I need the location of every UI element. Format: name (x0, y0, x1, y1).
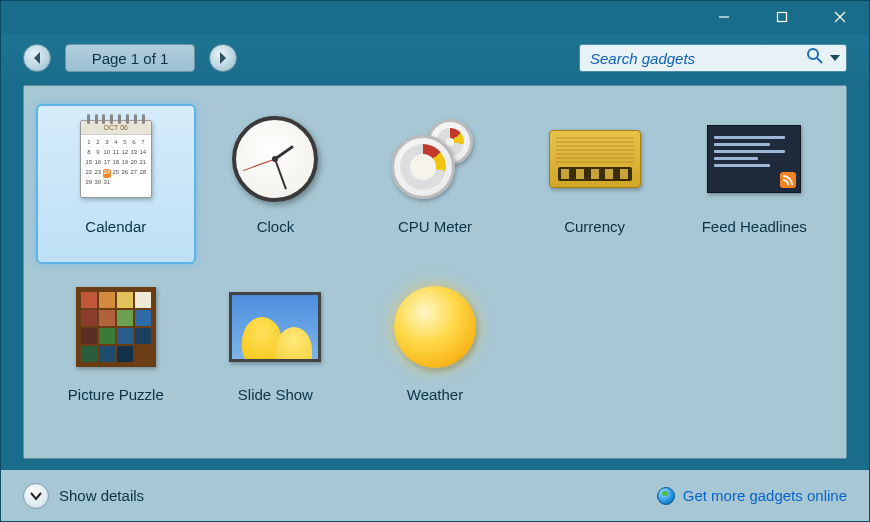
svg-point-4 (808, 49, 818, 59)
gadget-label: Picture Puzzle (68, 386, 164, 403)
close-button[interactable] (811, 1, 869, 33)
puzzle-icon (69, 280, 163, 374)
gadget-label: Feed Headlines (702, 218, 807, 235)
gadget-cpu-meter[interactable]: CPU Meter (355, 104, 515, 264)
next-page-button[interactable] (209, 44, 237, 72)
footer: Show details Get more gadgets online (1, 469, 869, 521)
expand-details-button[interactable] (23, 483, 49, 509)
toolbar: Page 1 of 1 (1, 35, 869, 81)
prev-page-button[interactable] (23, 44, 51, 72)
gadget-label: Calendar (85, 218, 146, 235)
gadget-gallery-window: Page 1 of 1 OCT 06 1234567 891011121314 (0, 0, 870, 522)
gadget-label: CPU Meter (398, 218, 472, 235)
gadget-currency[interactable]: Currency (515, 104, 675, 264)
weather-icon (388, 280, 482, 374)
svg-line-5 (817, 58, 822, 63)
search-input[interactable] (590, 50, 800, 67)
search-icon[interactable] (806, 47, 824, 69)
titlebar (1, 1, 869, 35)
gadget-weather[interactable]: Weather (355, 272, 515, 432)
minimize-button[interactable] (695, 1, 753, 33)
gadget-label: Weather (407, 386, 463, 403)
gadget-label: Clock (257, 218, 295, 235)
gadget-feed-headlines[interactable]: Feed Headlines (674, 104, 834, 264)
gadget-calendar[interactable]: OCT 06 1234567 891011121314 151617181920… (36, 104, 196, 264)
gadget-slide-show[interactable]: Slide Show (196, 272, 356, 432)
slideshow-icon (228, 280, 322, 374)
cpu-meter-icon (388, 112, 482, 206)
gadget-picture-puzzle[interactable]: Picture Puzzle (36, 272, 196, 432)
page-indicator: Page 1 of 1 (65, 44, 195, 72)
gadget-label: Slide Show (238, 386, 313, 403)
gadget-grid: OCT 06 1234567 891011121314 151617181920… (23, 85, 847, 459)
gadget-clock[interactable]: Clock (196, 104, 356, 264)
search-dropdown-caret[interactable] (830, 55, 840, 61)
show-details-link[interactable]: Show details (59, 487, 144, 504)
search-box[interactable] (579, 44, 847, 72)
currency-icon (548, 112, 642, 206)
get-more-gadgets-link[interactable]: Get more gadgets online (683, 487, 847, 504)
gadget-label: Currency (564, 218, 625, 235)
clock-icon (228, 112, 322, 206)
svg-rect-1 (778, 13, 787, 22)
globe-icon (657, 487, 675, 505)
feed-icon (707, 112, 801, 206)
calendar-icon: OCT 06 1234567 891011121314 151617181920… (69, 112, 163, 206)
maximize-button[interactable] (753, 1, 811, 33)
